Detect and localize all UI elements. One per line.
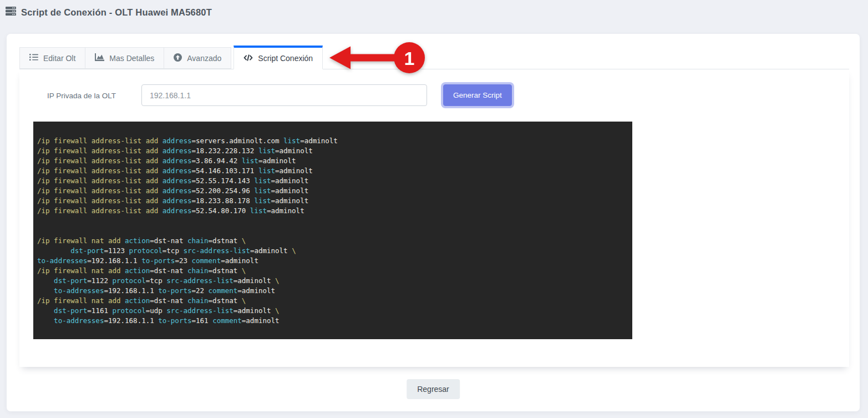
tab-avanzado[interactable]: Avanzado bbox=[164, 47, 231, 69]
main-card: Editar Olt Mas Detalles Avanzado bbox=[7, 34, 860, 411]
list-icon bbox=[29, 53, 38, 63]
tab-script-conexion[interactable]: Script Conexión bbox=[234, 46, 323, 69]
ip-privada-label: IP Privada de la OLT bbox=[47, 85, 116, 106]
chart-area-icon bbox=[95, 53, 104, 63]
tab-label: Script Conexión bbox=[258, 54, 313, 63]
step-number: 1 bbox=[404, 48, 415, 69]
page-title: Script de Conexión - OLT Huawei MA5680T bbox=[21, 7, 212, 18]
code-icon bbox=[243, 54, 253, 63]
page-header: Script de Conexión - OLT Huawei MA5680T bbox=[6, 6, 212, 18]
code-block: /ip firewall address-list add address=se… bbox=[33, 122, 632, 339]
regresar-button[interactable]: Regresar bbox=[407, 379, 460, 399]
tab-label: Avanzado bbox=[187, 54, 221, 63]
annotation-arrow: 1 bbox=[326, 39, 437, 78]
arrow-circle-up-icon bbox=[174, 53, 182, 63]
server-icon bbox=[6, 6, 16, 18]
tab-mas-detalles[interactable]: Mas Detalles bbox=[85, 47, 164, 69]
generar-script-button[interactable]: Generar Script bbox=[443, 84, 512, 106]
ip-privada-input[interactable] bbox=[141, 84, 427, 106]
tab-label: Editar Olt bbox=[43, 54, 75, 63]
tab-editar-olt[interactable]: Editar Olt bbox=[19, 47, 85, 69]
script-conexion-panel: IP Privada de la OLT Generar Script /ip … bbox=[19, 69, 849, 367]
tab-label: Mas Detalles bbox=[109, 54, 154, 63]
